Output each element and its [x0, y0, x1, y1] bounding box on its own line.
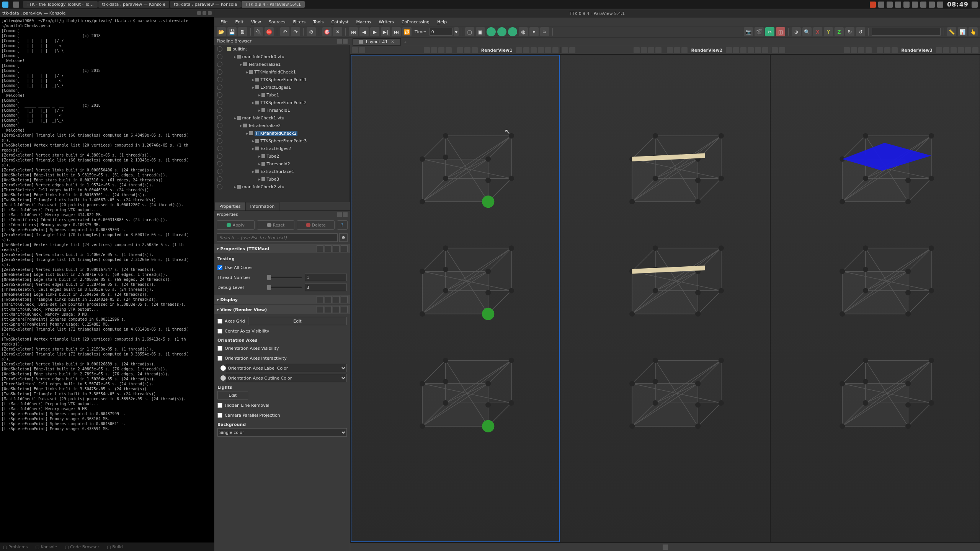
- props-close-icon[interactable]: [343, 212, 348, 217]
- visibility-eye-icon[interactable]: [217, 46, 222, 52]
- undo-icon[interactable]: ↶: [280, 27, 289, 36]
- apply-icon[interactable]: ⚙: [307, 27, 316, 36]
- axes-grid-edit-button[interactable]: Edit: [248, 317, 347, 325]
- hover-cells-icon[interactable]: [755, 47, 761, 53]
- pipeline-item[interactable]: ▸TTKSphereFromPoint1: [215, 76, 350, 83]
- tree-twist-icon[interactable]: ▸: [252, 85, 255, 90]
- split-h-icon[interactable]: [424, 47, 430, 53]
- pipeline-item[interactable]: ▸TTKSphereFromPoint3: [215, 137, 350, 145]
- save-props-icon[interactable]: [341, 245, 348, 252]
- tree-twist-icon[interactable]: ▸: [252, 77, 255, 82]
- hover-points-icon[interactable]: [552, 47, 559, 53]
- menu-writers[interactable]: Writers: [376, 19, 397, 25]
- lights-edit-button[interactable]: Edit: [217, 391, 248, 399]
- first-frame-icon[interactable]: ⏮: [349, 27, 358, 36]
- view-3d-icon[interactable]: [772, 47, 778, 53]
- properties-search-input[interactable]: [217, 233, 338, 242]
- paste-display-icon[interactable]: [325, 296, 332, 303]
- reset-button[interactable]: Reset: [257, 220, 295, 230]
- orient-outline-color-swatch[interactable]: [220, 375, 226, 381]
- pipeline-item[interactable]: ▸TTKManifoldCheck2: [215, 129, 350, 137]
- tree-twist-icon[interactable]: ▸: [258, 108, 261, 113]
- split-h-icon[interactable]: [844, 47, 850, 53]
- view-2d-icon[interactable]: [569, 47, 575, 53]
- terminal-titlebar[interactable]: ttk-data : paraview — Konsole: [0, 9, 214, 17]
- pipeline-item[interactable]: builtin:: [215, 45, 350, 53]
- visibility-eye-icon[interactable]: [217, 161, 222, 166]
- pipeline-item[interactable]: ▸Tube3: [215, 175, 350, 183]
- time-input[interactable]: [430, 28, 452, 36]
- last-frame-icon[interactable]: ⏭: [392, 27, 401, 36]
- save-display-icon[interactable]: [341, 296, 348, 303]
- rep-surface-icon[interactable]: ▣: [476, 27, 485, 36]
- loop-icon[interactable]: 🔁: [402, 27, 412, 36]
- select-block-icon[interactable]: [531, 47, 537, 53]
- clock[interactable]: 08:49: [947, 1, 969, 8]
- reset-display-icon[interactable]: [333, 296, 340, 303]
- axis-z-icon[interactable]: Z: [835, 27, 844, 36]
- camera-undo-icon[interactable]: [877, 47, 883, 53]
- pipeline-tree[interactable]: builtin:▸manifoldCheck0.vtu▸Tetrahedrali…: [214, 45, 350, 202]
- visibility-eye-icon[interactable]: [217, 77, 222, 82]
- prev-frame-icon[interactable]: ◀: [359, 27, 369, 36]
- tray-wifi-icon[interactable]: [895, 2, 901, 8]
- equalize-icon[interactable]: [655, 47, 662, 53]
- maximize-view-icon[interactable]: [858, 47, 864, 53]
- axes-grid-checkbox[interactable]: [217, 319, 222, 324]
- next-frame-icon[interactable]: ▶|: [381, 27, 390, 36]
- orient-vis-checkbox[interactable]: [217, 346, 222, 351]
- menu-coprocessing[interactable]: CoProcessing: [399, 19, 433, 25]
- camera-undo-icon[interactable]: [457, 47, 463, 53]
- axis-y-icon[interactable]: Y: [824, 27, 833, 36]
- select-points-icon[interactable]: [523, 47, 529, 53]
- render-view-2[interactable]: [560, 55, 769, 542]
- split-v-icon[interactable]: [641, 47, 647, 53]
- rotate-neg-90-icon[interactable]: ↺: [856, 27, 865, 36]
- dock-float-icon[interactable]: [337, 39, 342, 44]
- save-view-icon[interactable]: [341, 306, 348, 313]
- maximize-view-icon[interactable]: [438, 47, 444, 53]
- taskbar-task[interactable]: TTK - the Topology ToolKit - To…: [23, 1, 98, 8]
- pipeline-item[interactable]: ▸ExtractEdges2: [215, 145, 350, 152]
- taskbar-task[interactable]: ttk-data : paraview — Konsole: [170, 1, 241, 8]
- tree-twist-icon[interactable]: ▸: [234, 184, 236, 189]
- visibility-eye-icon[interactable]: [217, 176, 222, 182]
- pipeline-item[interactable]: ▸manifoldCheck0.vtu: [215, 53, 350, 60]
- reset-camera-icon[interactable]: ⊕: [792, 27, 801, 36]
- menu-filters[interactable]: Filters: [290, 19, 309, 25]
- visibility-eye-icon[interactable]: [217, 123, 222, 128]
- select-points-icon[interactable]: [733, 47, 739, 53]
- camera-redo-icon[interactable]: [464, 47, 470, 53]
- thread-number-slider[interactable]: [267, 277, 302, 278]
- view-3d-icon[interactable]: [562, 47, 568, 53]
- open-file-icon[interactable]: 📂: [217, 27, 226, 36]
- clear-selection-icon[interactable]: ✕: [333, 27, 342, 36]
- visibility-eye-icon[interactable]: [217, 184, 222, 189]
- pipeline-item[interactable]: ▸Tube2: [215, 152, 350, 160]
- tray-dropdown-icon[interactable]: [912, 2, 918, 8]
- visibility-eye-icon[interactable]: [217, 146, 222, 151]
- status-close-icon[interactable]: [663, 544, 668, 550]
- rep-volume-icon[interactable]: ◍: [519, 27, 528, 36]
- taskbar-task[interactable]: TTK 0.9.4 - ParaView 5.4.1: [242, 1, 305, 8]
- adjust-camera-icon[interactable]: [681, 47, 688, 53]
- visibility-eye-icon[interactable]: [217, 54, 222, 59]
- rep-glyph-icon[interactable]: ✦: [529, 27, 539, 36]
- time-stepper-icon[interactable]: ▾: [454, 27, 459, 36]
- copy-props-icon[interactable]: [317, 245, 323, 252]
- slice-icon[interactable]: ◫: [776, 27, 785, 36]
- taskbar-task[interactable]: ttk-data : paraview — Konsole: [98, 1, 169, 8]
- reset-props-icon[interactable]: [333, 245, 340, 252]
- visibility-eye-icon[interactable]: [217, 100, 222, 105]
- cam-parallel-checkbox[interactable]: [217, 413, 222, 418]
- maximize-icon[interactable]: [203, 11, 206, 15]
- minimize-icon[interactable]: [197, 11, 201, 15]
- select-points-icon[interactable]: [943, 47, 949, 53]
- disconnect-icon[interactable]: ⛔: [265, 27, 274, 36]
- terminal-bottom-tab[interactable]: ▢ Konsole: [36, 544, 57, 549]
- visibility-eye-icon[interactable]: [217, 92, 222, 98]
- redo-icon[interactable]: ↷: [291, 27, 300, 36]
- delete-button[interactable]: Delete: [297, 220, 335, 230]
- hover-cells-icon[interactable]: [545, 47, 551, 53]
- paraview-titlebar[interactable]: TTK 0.9.4 - ParaView 5.4.1: [214, 9, 980, 18]
